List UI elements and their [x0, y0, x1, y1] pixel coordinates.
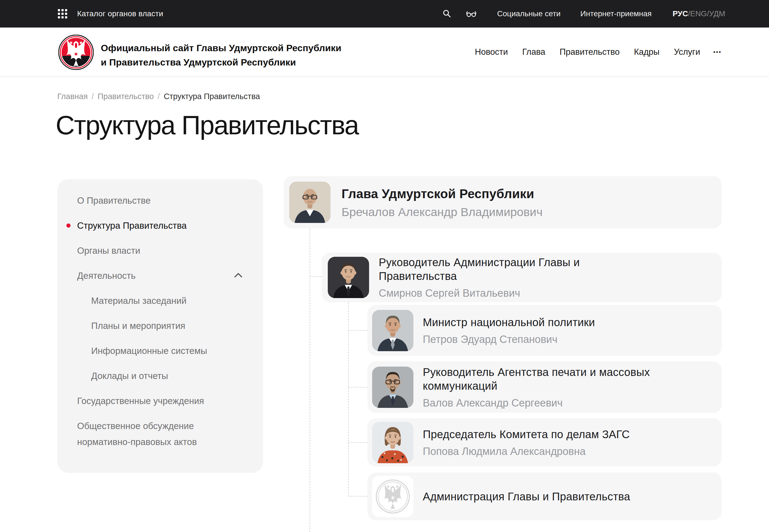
org-card-child-2[interactable]: Министр национальной политики Петров Эду… — [367, 305, 722, 356]
card-text: Председатель Комитета по делам ЗАГС Попо… — [423, 427, 630, 458]
site-header: Официальный сайт Главы Удмуртской Респуб… — [0, 28, 769, 77]
sidebar-item-public-discussion[interactable]: Общественное обсуждение нормативно-право… — [77, 418, 244, 450]
sidebar: О Правительстве Структура Правительства … — [57, 179, 263, 473]
udmurtia-emblem-logo[interactable] — [58, 35, 94, 70]
page: Каталог органов власти Социальные сети И… — [0, 0, 769, 532]
card-person-name: Смирнов Сергей Витальевич — [379, 287, 649, 299]
org-card-child-3[interactable]: Руководитель Агентства печати и массовых… — [367, 361, 722, 413]
nav-item-services[interactable]: Услуги — [674, 47, 700, 57]
breadcrumb-separator: / — [157, 92, 160, 101]
topbar: Каталог органов власти Социальные сети И… — [0, 0, 769, 28]
main-nav: Новости Глава Правительство Кадры Услуги… — [460, 28, 722, 77]
reception-link[interactable]: Интернет-приемная — [580, 9, 652, 18]
lang-active[interactable]: РУС — [673, 9, 688, 18]
chevron-up-icon[interactable] — [234, 272, 243, 278]
card-text: Глава Удмуртской Республики Бречалов Але… — [342, 186, 542, 218]
card-title: Администрация Главы и Правительства — [423, 490, 630, 503]
sidebar-item-state-institutions[interactable]: Государственные учреждения — [77, 393, 244, 409]
nav-item-government[interactable]: Правительство — [560, 47, 620, 57]
grid-icon[interactable] — [57, 9, 68, 19]
sidebar-item-structure[interactable]: Структура Правительства — [77, 218, 244, 234]
connector-branch-2 — [348, 330, 367, 331]
catalog-link[interactable]: Каталог органов власти — [77, 9, 163, 18]
site-title[interactable]: Официальный сайт Главы Удмуртской Респуб… — [101, 41, 341, 69]
sidebar-item-activity[interactable]: Деятельность — [77, 268, 244, 284]
person-photo — [372, 422, 413, 463]
person-photo — [372, 367, 413, 408]
breadcrumb-item-government[interactable]: Правительство — [97, 92, 154, 101]
person-photo — [372, 310, 413, 351]
connector-line-vertical-2 — [348, 302, 349, 496]
sidebar-item-label: Структура Правительства — [77, 220, 187, 231]
breadcrumb-item-current: Структура Правительства — [163, 92, 260, 101]
breadcrumb: Главная / Правительство / Структура Прав… — [57, 92, 260, 101]
active-dot — [66, 223, 70, 228]
nav-item-staff[interactable]: Кадры — [634, 47, 660, 57]
connector-branch-1 — [310, 276, 322, 277]
org-card-head[interactable]: Глава Удмуртской Республики Бречалов Але… — [284, 176, 722, 228]
org-card-child-1[interactable]: Руководитель Администрации Главы и Прави… — [322, 253, 722, 302]
person-photo — [328, 257, 369, 298]
social-link[interactable]: Социальные сети — [497, 9, 560, 18]
nav-more-button[interactable]: ••• — [713, 49, 722, 55]
emblem-icon — [372, 476, 413, 517]
card-text: Министр национальной политики Петров Эду… — [423, 315, 595, 346]
card-title: Министр национальной политики — [423, 315, 595, 329]
card-person-name: Попова Людмила Александровна — [423, 445, 630, 458]
card-text: Руководитель Администрации Главы и Прави… — [379, 255, 649, 299]
sidebar-item-reports[interactable]: Доклады и отчеты — [91, 368, 244, 384]
sidebar-item-authorities[interactable]: Органы власти — [77, 243, 244, 259]
nav-item-news[interactable]: Новости — [475, 47, 508, 57]
sidebar-item-session-materials[interactable]: Материалы заседаний — [91, 293, 244, 309]
card-title: Руководитель Агентства печати и массовых… — [423, 365, 693, 393]
breadcrumb-item-home[interactable]: Главная — [57, 92, 88, 101]
org-card-child-4[interactable]: Председатель Комитета по делам ЗАГС Попо… — [367, 418, 722, 466]
page-title: Структура Правительства — [56, 110, 358, 140]
person-photo — [289, 182, 331, 223]
sidebar-item-info-systems[interactable]: Информационные системы — [91, 343, 244, 359]
breadcrumb-separator: / — [91, 92, 94, 101]
card-title: Глава Удмуртской Республики — [342, 186, 542, 201]
card-person-name: Бречалов Александр Владимирович — [342, 206, 542, 218]
sidebar-item-label: Деятельность — [77, 271, 135, 281]
card-text: Администрация Главы и Правительства — [423, 490, 630, 503]
card-title: Руководитель Администрации Главы и Прави… — [379, 255, 649, 283]
org-card-child-5[interactable]: Администрация Главы и Правительства — [367, 473, 722, 520]
connector-branch-5 — [348, 496, 367, 496]
lang-options[interactable]: /ENG/УДМ — [688, 9, 725, 18]
connector-branch-3 — [348, 387, 367, 388]
site-title-line2: и Правительства Удмуртской Республики — [101, 55, 341, 69]
card-person-name: Валов Александр Сергеевич — [423, 397, 693, 409]
nav-item-head[interactable]: Глава — [522, 47, 545, 57]
lang-switcher[interactable]: РУС/ENG/УДМ — [673, 9, 725, 18]
sidebar-item-about[interactable]: О Правительстве — [77, 193, 244, 209]
search-icon[interactable] — [441, 8, 453, 20]
sidebar-item-plans[interactable]: Планы и мероприятия — [91, 318, 244, 334]
connector-line-vertical-1 — [310, 228, 310, 532]
topbar-right: Социальные сети Интернет-приемная РУС/EN… — [441, 8, 725, 20]
connector-branch-4 — [348, 442, 367, 443]
glasses-icon[interactable] — [465, 8, 477, 20]
card-title: Председатель Комитета по делам ЗАГС — [423, 427, 630, 441]
card-text: Руководитель Агентства печати и массовых… — [423, 365, 693, 409]
site-title-line1: Официальный сайт Главы Удмуртской Респуб… — [101, 41, 341, 55]
card-person-name: Петров Эдуард Степанович — [423, 333, 595, 346]
